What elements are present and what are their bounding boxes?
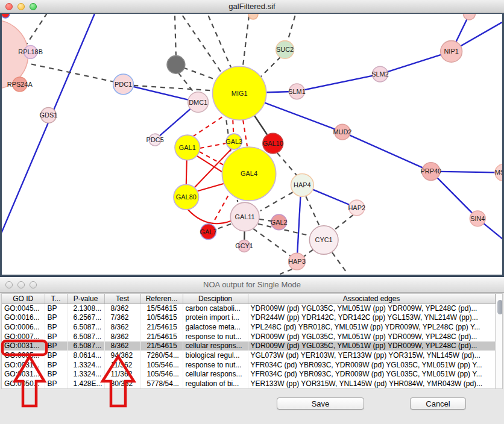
table-cell[interactable]: 8/362 <box>104 332 140 341</box>
noa-window-titlebar[interactable]: NOA output for Single Mode <box>0 277 504 293</box>
table-cell[interactable]: BP <box>45 351 67 360</box>
table-cell[interactable]: GO:0031... <box>2 370 45 379</box>
table-cell[interactable]: 8/362 <box>104 304 140 313</box>
graph-edge[interactable] <box>259 219 271 221</box>
table-cell[interactable]: 21/54615 <box>140 322 183 332</box>
table-cell[interactable]: YDR009W (pd) YGL035C, YML051W (pp) YDR00… <box>248 304 495 313</box>
gray-node[interactable] <box>167 55 185 73</box>
close-button-inactive[interactable] <box>5 281 13 288</box>
table-row[interactable]: GO:0006...BP6.5087...8/36221/54615galact… <box>2 322 495 332</box>
table-row[interactable]: GO:0050...BP1.428E...80/3625778/54...reg… <box>2 379 495 388</box>
table-cell[interactable]: response to nut... <box>183 360 248 370</box>
table-cell[interactable]: 105/546... <box>140 360 183 370</box>
table-cell[interactable]: 1.3324... <box>67 370 104 379</box>
graph-edge[interactable] <box>333 215 353 231</box>
table-cell[interactable]: 6.2567... <box>67 313 104 323</box>
close-button[interactable] <box>5 3 13 10</box>
graph-edge[interactable] <box>297 74 380 92</box>
graph-edge[interactable] <box>197 156 224 173</box>
table-cell[interactable]: GO:0006... <box>2 322 45 332</box>
table-cell[interactable]: carbon cataboli... <box>183 304 248 313</box>
table-cell[interactable]: GO:0050... <box>2 379 45 388</box>
table-cell[interactable]: 10/54615 <box>140 313 183 323</box>
column-header-t-[interactable]: T... <box>45 294 67 304</box>
table-cell[interactable]: 80/362 <box>104 379 140 388</box>
graph-edge[interactable] <box>243 16 249 65</box>
column-header-referen-[interactable]: Referen... <box>140 294 183 304</box>
table-cell[interactable]: 1.3324... <box>67 360 104 370</box>
graph-edge[interactable] <box>194 117 222 136</box>
table-cell[interactable]: regulation of bi... <box>183 379 248 388</box>
table-cell[interactable]: BP <box>45 360 67 370</box>
table-cell[interactable]: 6.5087... <box>67 341 104 351</box>
graph-edge[interactable] <box>280 269 292 274</box>
table-cell[interactable]: 21/54615 <box>140 341 183 351</box>
table-row[interactable]: GO:0065...BP8.0614...94/3627260/54...bio… <box>2 351 495 360</box>
table-cell[interactable]: YFR034C (pd) YBR093C, YDR009W (pd) YGL03… <box>248 360 495 370</box>
table-row[interactable]: GO:0045...BP2.1308...8/36215/54615carbon… <box>2 304 495 313</box>
table-row[interactable]: GO:0031...BP1.3324...11/362105/546...cel… <box>2 370 495 379</box>
graph-edge[interactable] <box>260 57 281 77</box>
table-cell[interactable]: YER133W (pp) YOR315W, YNL145W (pd) YHR08… <box>248 379 495 388</box>
graph-edge[interactable] <box>288 16 295 42</box>
column-header-go-id[interactable]: GO ID <box>2 294 45 304</box>
graph-edge[interactable] <box>431 172 502 173</box>
table-cell[interactable]: GO:0007... <box>2 332 45 341</box>
zoom-button[interactable] <box>30 3 37 10</box>
table-cell[interactable]: response to nut... <box>183 332 248 341</box>
table-row[interactable]: GO:0031...BP1.3324...11/362105/546...res… <box>2 360 495 370</box>
table-cell[interactable]: BP <box>45 370 67 379</box>
vertical-scrollbar[interactable] <box>496 294 503 388</box>
graph-edge[interactable] <box>209 16 232 67</box>
graph-edge[interactable] <box>183 16 222 73</box>
graph-edge[interactable] <box>306 196 320 226</box>
table-cell[interactable]: 8/362 <box>104 341 140 351</box>
graph-edge[interactable] <box>332 252 348 274</box>
network-canvas[interactable]: RPL18BRPS24AGDS1PDC1DMC1SUC2MIG1SLM1SLM2… <box>0 13 504 276</box>
table-cell[interactable]: YDR009W (pd) YGL035C, YML051W (pp) YDR00… <box>248 332 495 341</box>
table-cell[interactable]: BP <box>45 341 67 351</box>
clipped-node-topleft[interactable] <box>2 14 10 18</box>
scrollbar-thumb[interactable] <box>497 300 503 314</box>
table-cell[interactable]: cellular respons... <box>183 370 248 379</box>
table-cell[interactable]: BP <box>45 379 67 388</box>
table-cell[interactable]: YFR034C (pd) YBR093C, YDR009W (pd) YGL03… <box>248 370 495 379</box>
table-cell[interactable]: GO:0031... <box>2 341 45 351</box>
table-cell[interactable]: GO:0016... <box>2 313 45 323</box>
graph-edge[interactable] <box>200 143 226 148</box>
table-cell[interactable]: BP <box>45 332 67 341</box>
graph-edge[interactable] <box>186 160 187 185</box>
graph-edge[interactable] <box>216 224 231 229</box>
table-row[interactable]: GO:0016...BP6.2567...7/36210/54615protei… <box>2 313 495 323</box>
minimize-button-inactive[interactable] <box>17 281 25 288</box>
table-row[interactable]: GO:0007...BP6.5087...8/36221/54615respon… <box>2 332 495 341</box>
graph-edge[interactable] <box>297 196 300 261</box>
table-cell[interactable]: 7/362 <box>104 313 140 323</box>
table-cell[interactable]: GO:0031... <box>2 360 45 370</box>
table-cell[interactable]: 15/54615 <box>140 304 183 313</box>
column-header-p-value[interactable]: P-value <box>67 294 104 304</box>
save-button[interactable]: Save <box>277 398 364 410</box>
table-cell[interactable]: 8.0614... <box>67 351 104 360</box>
table-cell[interactable]: 21/54615 <box>140 332 183 341</box>
table-cell[interactable]: protein import i... <box>183 313 248 323</box>
table-cell[interactable]: 8/362 <box>104 322 140 332</box>
graph-edge[interactable] <box>212 196 228 224</box>
table-cell[interactable]: 1.428E... <box>67 379 104 388</box>
graph-edge[interactable] <box>431 172 477 219</box>
graph-edge[interactable] <box>253 229 291 257</box>
table-cell[interactable]: 5778/54... <box>140 379 183 388</box>
zoom-button-inactive[interactable] <box>30 281 37 288</box>
graph-edge[interactable] <box>187 209 231 223</box>
table-cell[interactable]: 6.5087... <box>67 322 104 332</box>
minimize-button[interactable] <box>17 3 25 10</box>
table-cell[interactable]: BP <box>45 313 67 323</box>
graph-edge[interactable] <box>233 120 233 133</box>
table-cell[interactable]: 7260/54... <box>140 351 183 360</box>
clipped-node-topmid[interactable] <box>248 14 258 19</box>
table-cell[interactable]: galactose meta... <box>183 322 248 332</box>
graph-edge[interactable] <box>303 249 313 257</box>
graph-edge[interactable] <box>183 67 219 81</box>
table-cell[interactable]: cellular respons... <box>183 341 248 351</box>
table-cell[interactable]: 11/362 <box>104 370 140 379</box>
